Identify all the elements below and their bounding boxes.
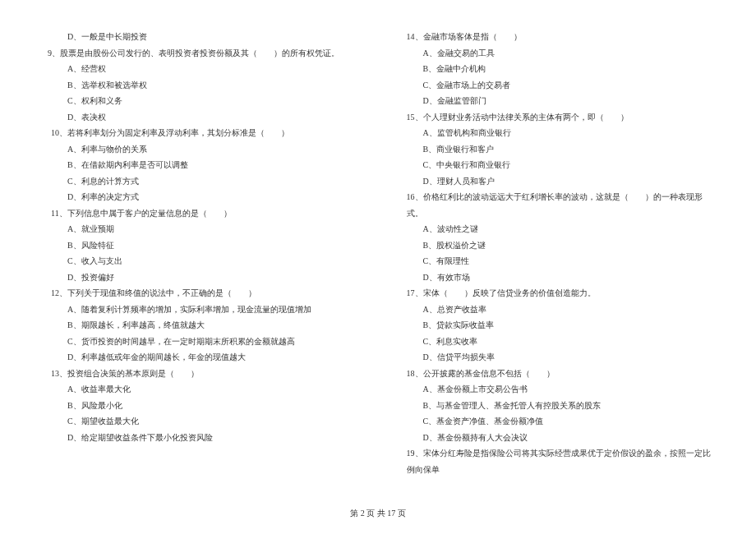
answer-option: C、期望收益最大化 bbox=[41, 413, 360, 430]
answer-option: B、期限越长，利率越高，终值就越大 bbox=[41, 317, 360, 334]
question-text: 12、下列关于现值和终值的说法中，不正确的是（ ） bbox=[41, 285, 360, 302]
answer-option: A、随着复利计算频率的增加，实际利率增加，现金流量的现值增加 bbox=[41, 302, 360, 318]
answer-option: B、股权溢价之谜 bbox=[397, 237, 716, 254]
answer-option: A、经营权 bbox=[41, 61, 360, 77]
question-text: 10、若将利率划分为固定利率及浮动利率，其划分标准是（ ） bbox=[41, 125, 360, 141]
question-text: 18、公开披露的基金信息不包括（ ） bbox=[397, 366, 716, 382]
answer-option: C、金融市场上的交易者 bbox=[397, 77, 716, 94]
answer-option: B、选举权和被选举权 bbox=[41, 77, 360, 94]
answer-option: D、表决权 bbox=[41, 109, 360, 126]
left-column: D、一般是中长期投资9、股票是由股份公司发行的、表明投资者投资份额及其（ ）的所… bbox=[41, 29, 360, 477]
answer-option: B、在借款期内利率是否可以调整 bbox=[41, 157, 360, 173]
question-text: 19、宋体分红寿险是指保险公司将其实际经营成果优于定价假设的盈余，按照一定比例向… bbox=[397, 445, 716, 477]
answer-option: A、基金份额上市交易公告书 bbox=[397, 381, 716, 398]
question-text: 9、股票是由股份公司发行的、表明投资者投资份额及其（ ）的所有权凭证。 bbox=[41, 45, 360, 62]
answer-option: C、货币投资的时间越早，在一定时期期末所积累的金额就越高 bbox=[41, 334, 360, 350]
answer-option: B、商业银行和客户 bbox=[397, 141, 716, 158]
answer-option: A、监管机构和商业银行 bbox=[397, 125, 716, 141]
page-footer: 第 2 页 共 17 页 bbox=[0, 508, 756, 519]
answer-option: C、收入与支出 bbox=[41, 253, 360, 269]
answer-option: D、有效市场 bbox=[397, 269, 716, 286]
answer-option: C、利息实收率 bbox=[397, 334, 716, 350]
question-text: 13、投资组合决策的基本原则是（ ） bbox=[41, 366, 360, 382]
answer-option: C、利息的计算方式 bbox=[41, 173, 360, 190]
question-text: 17、宋体（ ）反映了信贷业务的价值创造能力。 bbox=[397, 285, 716, 302]
answer-option: C、中央银行和商业银行 bbox=[397, 157, 716, 173]
question-text: 11、下列信息中属于客户的定量信息的是（ ） bbox=[41, 205, 360, 222]
answer-option: D、利率的决定方式 bbox=[41, 189, 360, 205]
answer-option: B、与基金管理人、基金托管人有控股关系的股东 bbox=[397, 398, 716, 414]
answer-option: C、权利和义务 bbox=[41, 93, 360, 109]
answer-option: B、风险特征 bbox=[41, 237, 360, 254]
answer-option: D、利率越低或年金的期间越长，年金的现值越大 bbox=[41, 349, 360, 366]
answer-option: C、有限理性 bbox=[397, 253, 716, 269]
answer-option: D、基金份额持有人大会决议 bbox=[397, 430, 716, 446]
answer-option: A、波动性之谜 bbox=[397, 221, 716, 237]
answer-option: B、金融中介机构 bbox=[397, 61, 716, 77]
answer-option: B、风险最小化 bbox=[41, 398, 360, 414]
answer-option: D、一般是中长期投资 bbox=[41, 29, 360, 45]
question-text: 14、金融市场客体是指（ ） bbox=[397, 29, 716, 45]
answer-option: A、收益率最大化 bbox=[41, 381, 360, 398]
right-column: 14、金融市场客体是指（ ）A、金融交易的工具B、金融中介机构C、金融市场上的交… bbox=[397, 29, 716, 477]
answer-option: D、金融监管部门 bbox=[397, 93, 716, 109]
question-text: 16、价格红利比的波动远远大于红利增长率的波动，这就是（ ）的一种表现形式。 bbox=[397, 189, 716, 221]
answer-option: A、利率与物价的关系 bbox=[41, 141, 360, 158]
answer-option: D、投资偏好 bbox=[41, 269, 360, 286]
answer-option: A、就业预期 bbox=[41, 221, 360, 237]
answer-option: B、贷款实际收益率 bbox=[397, 317, 716, 334]
answer-option: D、理财人员和客户 bbox=[397, 173, 716, 190]
answer-option: C、基金资产净值、基金份额净值 bbox=[397, 413, 716, 430]
answer-option: D、信贷平均损失率 bbox=[397, 349, 716, 366]
question-text: 15、个人理财业务活动中法律关系的主体有两个，即（ ） bbox=[397, 109, 716, 126]
answer-option: A、总资产收益率 bbox=[397, 302, 716, 318]
answer-option: D、给定期望收益条件下最小化投资风险 bbox=[41, 430, 360, 446]
answer-option: A、金融交易的工具 bbox=[397, 45, 716, 62]
